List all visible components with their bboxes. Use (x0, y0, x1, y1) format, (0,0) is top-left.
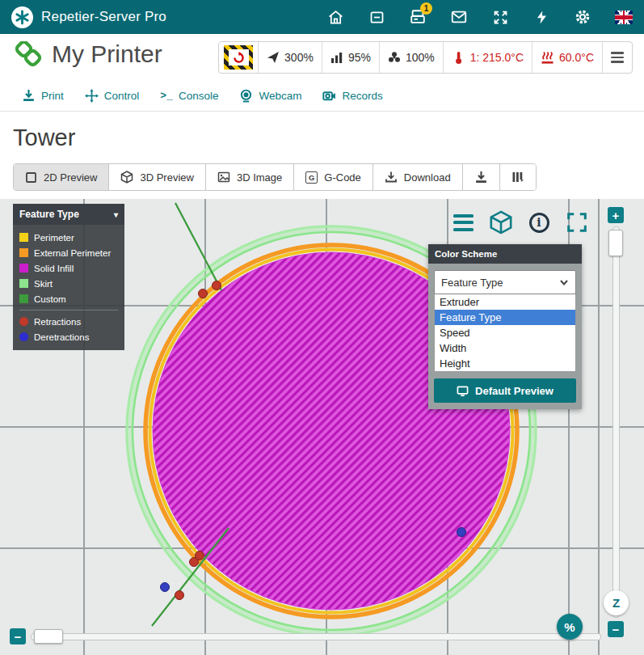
printers-icon[interactable]: 1 (409, 8, 427, 26)
chevron-down-icon (559, 277, 569, 287)
option-width[interactable]: Width (435, 340, 575, 356)
speed-multiplier[interactable]: 300% (258, 42, 322, 73)
custom-swatch (19, 294, 28, 303)
printer-stats-toolbar: 300% 95% 100% 1: 215.0°C 60.0°C (218, 41, 633, 74)
tab-webcam-label: Webcam (259, 90, 301, 102)
legend-panel: Feature Type ▾ Perimeter External Perime… (13, 204, 124, 350)
emergency-stop-button[interactable] (219, 42, 258, 73)
extruder-temperature[interactable]: 1: 215.0°C (443, 42, 532, 73)
settings-gear-icon[interactable] (574, 8, 591, 26)
zoom-in-button[interactable]: + (608, 207, 624, 223)
home-icon[interactable] (326, 8, 344, 26)
extruder-temp-value: 1: 215.0°C (470, 51, 524, 64)
flow-multiplier[interactable]: 95% (322, 42, 379, 73)
legend-item-custom: Custom (19, 291, 118, 306)
webcam-icon (239, 89, 253, 103)
legend-color-mode-select[interactable]: Feature Type ▾ (13, 204, 124, 225)
horizontal-scrollbar-handle[interactable] (34, 629, 63, 644)
flow-value: 95% (348, 51, 371, 64)
tab-records-label: Records (342, 90, 382, 102)
console-icon: >_ (160, 90, 173, 102)
printer-header: My Printer 300% 95% 100% 1: 215.0°C (0, 34, 644, 81)
print-icon (22, 89, 36, 103)
option-speed[interactable]: Speed (435, 325, 575, 340)
horizontal-scrollbar-track[interactable] (31, 633, 601, 640)
solid-infill-swatch (19, 264, 28, 273)
z-layer-button[interactable]: Z (604, 590, 629, 615)
tab-print-label: Print (41, 90, 64, 102)
percent-button[interactable]: % (557, 614, 583, 640)
legend-item-solid-infill: Solid Infill (19, 260, 118, 276)
retractions-marker (19, 317, 28, 326)
preview-3d-toggle-button[interactable] (489, 210, 513, 235)
option-extruder[interactable]: Extruder (435, 294, 575, 310)
info-icon: i (529, 213, 549, 233)
external-perimeter-swatch (19, 248, 28, 257)
color-scheme-select[interactable]: Feature Type (434, 270, 576, 294)
printer-name: My Printer (52, 40, 162, 68)
tab-records[interactable]: Records (312, 81, 393, 111)
print-to-bed-icon (474, 171, 488, 184)
move-icon (85, 89, 99, 103)
messages-icon[interactable] (450, 8, 468, 26)
fan-value: 100% (406, 51, 435, 64)
default-preview-button[interactable]: Default Preview (434, 378, 576, 403)
tab-webcam[interactable]: Webcam (229, 81, 312, 111)
language-flag-icon[interactable] (615, 8, 633, 26)
view-2d-preview-button[interactable]: 2D Preview (14, 164, 108, 190)
printer-menu-button[interactable] (602, 42, 632, 73)
preview-fullscreen-button[interactable] (565, 210, 589, 235)
cube-3d-icon (489, 210, 513, 235)
extruder-temp-icon (452, 51, 465, 65)
records-icon (322, 89, 336, 103)
bed-temp-icon (541, 51, 554, 65)
preview-info-button[interactable]: i (527, 210, 551, 235)
view-gcode-button[interactable]: G G-Code (293, 164, 373, 190)
bed-temperature[interactable]: 60.0°C (532, 42, 602, 73)
speed-icon (267, 51, 280, 64)
square-icon (25, 171, 37, 184)
speed-value: 300% (284, 51, 314, 64)
view-3d-preview-button[interactable]: 3D Preview (108, 164, 204, 190)
expand-corners-icon (566, 212, 587, 233)
print-queue-icon[interactable] (368, 8, 385, 26)
legend-item-skirt: Skirt (19, 276, 118, 291)
option-feature-type[interactable]: Feature Type (435, 310, 575, 325)
preview-toolbar: i (451, 210, 589, 235)
color-scheme-selected-value: Feature Type (441, 277, 503, 289)
vertical-scrollbar-track[interactable] (612, 226, 620, 618)
gcode-2d-preview-canvas[interactable]: Feature Type ▾ Perimeter External Perime… (0, 199, 644, 655)
color-scheme-options: Extruder Feature Type Speed Width Height (434, 294, 576, 372)
hamburger-icon (453, 214, 474, 231)
menu-icon (611, 52, 624, 62)
tab-print[interactable]: Print (11, 81, 74, 111)
tab-console-label: Console (179, 90, 219, 102)
repetier-logo-icon[interactable] (11, 6, 33, 28)
zoom-out-button[interactable]: − (608, 621, 624, 637)
perimeter-swatch (19, 233, 28, 242)
power-icon[interactable] (532, 8, 550, 26)
fullscreen-icon[interactable] (491, 8, 509, 26)
download-button[interactable]: Download (373, 164, 462, 190)
screen-icon (457, 385, 469, 397)
horizontal-minus-button[interactable]: − (10, 628, 26, 644)
fan-icon (388, 51, 401, 64)
connection-link-icon[interactable] (11, 41, 45, 77)
skirt-swatch (19, 279, 28, 288)
fan-speed[interactable]: 100% (379, 42, 443, 73)
download-icon (385, 171, 398, 184)
view-3d-image-button[interactable]: 3D Image (205, 164, 293, 190)
preview-menu-button[interactable] (451, 210, 475, 235)
option-height[interactable]: Height (435, 356, 575, 371)
layers-icon (511, 171, 524, 184)
layers-button[interactable] (499, 164, 536, 190)
legend-item-perimeter: Perimeter (19, 230, 118, 245)
bed-temp-value: 60.0°C (559, 51, 594, 64)
tab-console[interactable]: >_ Console (149, 81, 229, 111)
printer-count-badge: 1 (420, 2, 432, 15)
legend-title: Feature Type (19, 209, 79, 220)
send-to-printer-button[interactable] (462, 164, 499, 190)
vertical-scrollbar-handle[interactable] (608, 230, 623, 256)
page-title: Tower (13, 125, 75, 151)
tab-control[interactable]: Control (74, 81, 150, 111)
